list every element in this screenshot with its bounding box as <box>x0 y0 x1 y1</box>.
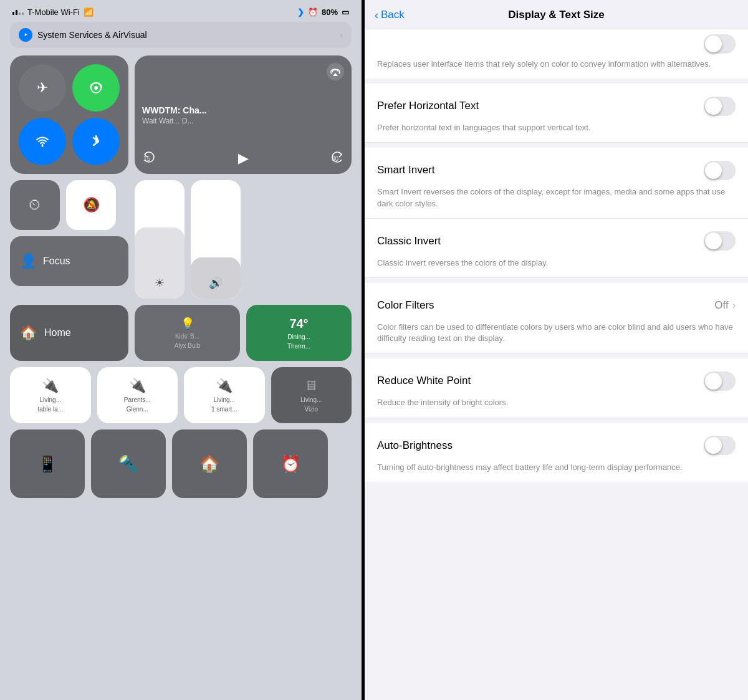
home-tile[interactable]: 🏠 Home <box>10 305 128 361</box>
home-control-icon: 🏠 <box>199 454 219 474</box>
media-top <box>142 63 344 80</box>
thermostat-tile[interactable]: 74° Dining... Therm... <box>246 305 352 361</box>
status-right: ❯ ⏰ 80% ▭ <box>297 7 349 17</box>
silent-mode-button[interactable]: 🔕 <box>66 180 116 230</box>
rewind-button[interactable]: 15 <box>142 150 160 166</box>
glenn-label: Glenn... <box>127 406 148 413</box>
home-control-tile[interactable]: 🏠 <box>172 429 247 498</box>
color-filters-desc: Color filters can be used to differentia… <box>377 322 736 344</box>
media-info: WWDTM: Cha... Wait Wait... D... <box>142 105 344 125</box>
prefer-horizontal-thumb <box>705 98 722 115</box>
cc-row-3: 🏠 Home 💡 Kids' B... Alyx Bulb 74° Dining… <box>10 305 352 361</box>
classic-invert-label: Classic Invert <box>377 235 441 247</box>
top-banner[interactable]: ‣ System Services & AirVisual › <box>10 22 352 48</box>
banner-chevron-icon: › <box>340 30 343 40</box>
status-left: T-Mobile Wi-Fi 📶 <box>12 7 94 17</box>
plug-icon-1: 🔌 <box>42 378 59 394</box>
dining-label: Dining... <box>287 333 310 340</box>
banner-location-icon: ‣ <box>19 28 32 42</box>
prefer-horizontal-label: Prefer Horizontal Text <box>377 100 479 112</box>
quick-actions-row: 📱 🔦 🏠 ⏰ <box>10 429 352 498</box>
battery-icon: ▭ <box>342 7 349 17</box>
reduce-white-point-main: Reduce White Point <box>377 367 736 395</box>
classic-invert-desc: Classic Invert reverses the colors of th… <box>377 257 736 269</box>
bluetooth-button[interactable] <box>72 118 120 165</box>
carrier-label: T-Mobile Wi-Fi <box>27 7 80 17</box>
vizio-label: Vizio <box>305 406 319 413</box>
play-button[interactable]: ▶ <box>238 150 249 166</box>
living-vizio-tile[interactable]: 🖥 Living... Vizio <box>271 367 352 423</box>
temp-value: 74° <box>289 317 308 331</box>
accessories-row: 🔌 Living... table la... 🔌 Parents... Gle… <box>10 367 352 423</box>
living3-label: Living... <box>300 396 322 403</box>
color-filters-row[interactable]: Color Filters Off › Color filters can be… <box>365 278 748 353</box>
wifi-button[interactable] <box>19 118 66 165</box>
focus-tile[interactable]: 👤 Focus <box>10 236 128 286</box>
color-filters-chevron-icon: › <box>732 300 736 311</box>
prefer-horizontal-toggle[interactable] <box>704 97 736 116</box>
signal-bar-2 <box>16 10 17 15</box>
auto-brightness-desc: Turning off auto-brightness may affect b… <box>377 462 736 473</box>
brightness-slider[interactable]: ☀ <box>135 180 185 299</box>
airplane-mode-button[interactable]: ✈ <box>19 64 66 112</box>
remote-tile[interactable]: 📱 <box>10 429 85 498</box>
living2-label: Living... <box>214 396 235 403</box>
battery-label: 80% <box>322 7 338 17</box>
auto-brightness-toggle[interactable] <box>704 436 736 455</box>
classic-invert-main: Classic Invert <box>377 228 736 255</box>
color-filters-value: Off <box>714 299 728 312</box>
banner-text: System Services & AirVisual <box>37 30 147 40</box>
classic-invert-toggle[interactable] <box>704 231 736 251</box>
color-filters-main: Color Filters Off › <box>377 292 736 319</box>
plug-icon-2: 🔌 <box>129 378 146 394</box>
media-tile[interactable]: WWDTM: Cha... Wait Wait... D... 15 ▶ <box>135 55 352 174</box>
status-bar: T-Mobile Wi-Fi 📶 ❯ ⏰ 80% ▭ <box>0 0 362 22</box>
living-table-tile[interactable]: 🔌 Living... table la... <box>10 367 91 423</box>
living-label: Living... <box>40 396 61 403</box>
focus-person-icon: 👤 <box>20 253 37 269</box>
auto-brightness-thumb <box>705 437 722 454</box>
signal-bar-1 <box>12 12 14 15</box>
settings-list: Prefer Horizontal Text Prefer horizontal… <box>365 84 748 482</box>
alyx-label: Alyx Bulb <box>175 342 201 349</box>
living-smart-tile[interactable]: 🔌 Living... 1 smart... <box>184 367 265 423</box>
back-chevron-icon: ‹ <box>375 9 378 22</box>
svg-text:15: 15 <box>143 155 151 162</box>
smart-invert-main: Smart Invert <box>377 156 736 184</box>
auto-brightness-label: Auto-Brightness <box>377 439 453 452</box>
reduce-white-point-toggle[interactable] <box>704 372 736 391</box>
parents-label: Parents... <box>124 396 151 403</box>
smart-label: 1 smart... <box>211 406 237 413</box>
connectivity-tile[interactable]: ✈ <box>10 55 128 174</box>
therm-label: Therm... <box>287 343 310 350</box>
cellular-button[interactable] <box>72 64 120 112</box>
media-subtitle: Wait Wait... D... <box>142 117 344 125</box>
home-label: Home <box>44 327 71 338</box>
bulb-icon: 💡 <box>181 317 194 330</box>
color-filters-label: Color Filters <box>377 299 434 312</box>
reduce-white-point-thumb <box>705 373 722 390</box>
back-button[interactable]: ‹ Back <box>375 9 405 22</box>
airplay-button[interactable] <box>327 63 344 80</box>
signal-bar-4 <box>22 12 24 15</box>
volume-slider[interactable]: 🔊 <box>191 180 241 299</box>
screen-rotation-button[interactable]: ⏲ <box>10 180 60 230</box>
kids-bulb-tile[interactable]: 💡 Kids' B... Alyx Bulb <box>135 305 240 361</box>
smart-invert-toggle[interactable] <box>704 161 736 180</box>
media-controls: 15 ▶ 30 <box>142 150 344 166</box>
media-title: WWDTM: Cha... <box>142 105 344 116</box>
alarm-tile-icon: ⏰ <box>280 454 300 474</box>
alarm-tile[interactable]: ⏰ <box>253 429 328 498</box>
settings-content: Replaces user interface items that rely … <box>365 29 748 700</box>
auto-brightness-row: Auto-Brightness Turning off auto-brightn… <box>365 418 748 482</box>
reduce-white-point-desc: Reduce the intensity of bright colors. <box>377 397 736 408</box>
focus-label: Focus <box>43 256 70 267</box>
cc-row-2: ⏲ 🔕 👤 Focus ☀ 🔊 <box>10 180 352 299</box>
smart-invert-desc: Smart Invert reverses the colors of the … <box>377 186 736 209</box>
volume-icon: 🔊 <box>209 276 223 290</box>
prefer-horizontal-desc: Prefer horizontal text in languages that… <box>377 122 736 133</box>
flashlight-tile[interactable]: 🔦 <box>91 429 166 498</box>
parents-glenn-tile[interactable]: 🔌 Parents... Glenn... <box>97 367 178 423</box>
control-center-panel: T-Mobile Wi-Fi 📶 ❯ ⏰ 80% ▭ ‣ System Serv… <box>0 0 362 700</box>
fastforward-button[interactable]: 30 <box>327 150 344 166</box>
